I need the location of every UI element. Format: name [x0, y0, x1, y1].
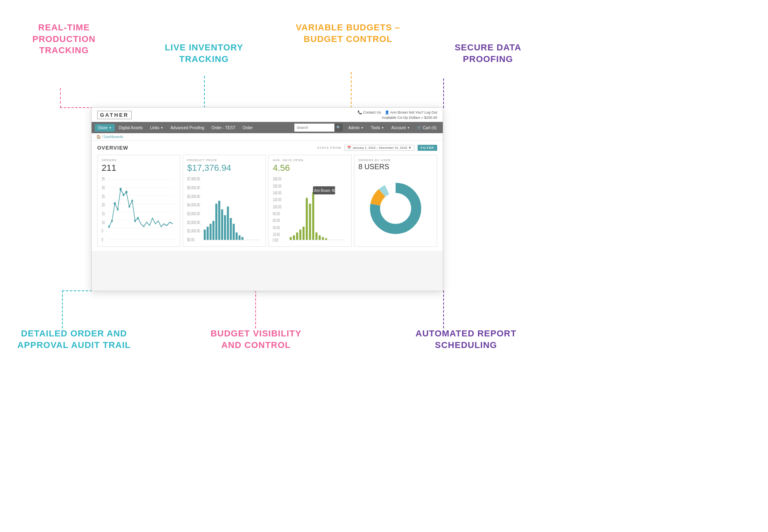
- avg-days-label: AVG. DAYS OPEN: [273, 158, 347, 162]
- nav-account[interactable]: Account▼: [388, 124, 413, 132]
- nav-links[interactable]: Links▼: [147, 124, 166, 132]
- nav-advanced-proofing[interactable]: Advanced Proofing: [167, 124, 208, 132]
- breadcrumb: 🏠 / Dashboards: [92, 133, 443, 141]
- orders-by-user-chart: [358, 173, 433, 244]
- svg-rect-36: [207, 227, 209, 240]
- breadcrumb-dashboards[interactable]: Dashboards: [104, 135, 124, 139]
- svg-rect-37: [210, 224, 212, 240]
- feature-live-inventory: LIVE INVENTORYTRACKING: [156, 42, 252, 65]
- orders-chart: 35 30 25 20 15 10 5 0: [102, 175, 176, 244]
- svg-text:0.00: 0.00: [273, 238, 278, 243]
- svg-rect-64: [302, 227, 304, 240]
- svg-rect-42: [224, 215, 226, 240]
- svg-point-22: [125, 191, 127, 194]
- nav-digital-assets[interactable]: Digital Assets: [116, 124, 146, 132]
- coop-dollars: Available Co-Op Dollars = $200.00: [358, 115, 437, 120]
- connector-line-teal-top: [204, 76, 205, 108]
- svg-text:180.00: 180.00: [273, 177, 282, 182]
- orders-by-user-card: ORDERS BY USER 8 USERS: [354, 155, 437, 247]
- svg-text:140.00: 140.00: [273, 191, 282, 196]
- logo: GATHER: [97, 111, 132, 119]
- nav-admin[interactable]: Admin▼: [345, 124, 367, 132]
- svg-rect-45: [233, 224, 235, 240]
- connector-line-purple-top: [443, 78, 444, 108]
- nav-store[interactable]: Store▼: [95, 124, 115, 132]
- svg-text:$6,000.00: $6,000.00: [187, 186, 200, 190]
- svg-text:$3,000.00: $3,000.00: [187, 212, 200, 216]
- connector-line-teal-bottom: [62, 290, 63, 328]
- filter-button[interactable]: FILTER: [418, 145, 437, 151]
- svg-rect-38: [212, 221, 214, 240]
- svg-text:100.00: 100.00: [273, 205, 282, 210]
- nav-bar: Store▼ Digital Assets Links▼ Advanced Pr…: [92, 122, 443, 133]
- nav-order[interactable]: Order: [240, 124, 256, 132]
- svg-text:120.00: 120.00: [273, 198, 282, 202]
- contact-info: 📞 Contact Us 👤 Ann Brown Not You? Log Ou…: [358, 110, 437, 115]
- avg-days-card: AVG. DAYS OPEN 4.56 180.00 160.00 140.00…: [268, 155, 352, 247]
- svg-rect-62: [296, 232, 298, 240]
- svg-rect-35: [204, 230, 206, 240]
- search-input[interactable]: [294, 124, 334, 132]
- top-bar: GATHER 📞 Contact Us 👤 Ann Brown Not You?…: [92, 108, 443, 122]
- product-price-card: PRODUCT PRICE $17,376.94 $7,000.00 $6,00…: [183, 155, 266, 247]
- nav-search-wrapper: 🔍: [294, 124, 343, 132]
- nav-tools[interactable]: Tools▼: [368, 124, 387, 132]
- avg-days-value: 4.56: [273, 163, 347, 173]
- feature-detailed-order: DETAILED ORDER ANDAPPROVAL AUDIT TRAIL: [16, 328, 132, 351]
- svg-rect-43: [227, 206, 229, 240]
- svg-point-20: [120, 188, 122, 191]
- browser-mockup: GATHER 📞 Contact Us 👤 Ann Brown Not You?…: [91, 107, 443, 291]
- connector-line-pink-top-left: [60, 88, 61, 108]
- svg-rect-69: [319, 236, 321, 240]
- svg-rect-67: [312, 192, 314, 240]
- stats-from-label: STATS FROM: [317, 146, 341, 150]
- svg-text:80.00: 80.00: [273, 212, 280, 216]
- svg-rect-44: [230, 218, 232, 240]
- nav-order-test[interactable]: Order - TEST: [208, 124, 239, 132]
- feature-secure-data: SECURE DATAPROOFING: [444, 42, 532, 65]
- svg-text:0: 0: [102, 238, 103, 242]
- svg-rect-68: [316, 232, 318, 240]
- svg-point-26: [137, 217, 139, 219]
- connector-line-orange-top: [351, 72, 352, 108]
- search-button[interactable]: 🔍: [334, 124, 343, 132]
- svg-text:Ann Brown: 46: Ann Brown: 46: [314, 188, 336, 193]
- svg-point-19: [117, 208, 118, 211]
- svg-text:60.00: 60.00: [273, 218, 280, 223]
- svg-text:$2,000.00: $2,000.00: [187, 220, 200, 225]
- avg-days-chart: 180.00 160.00 140.00 120.00 100.00 80.00…: [273, 175, 347, 244]
- svg-rect-63: [299, 230, 301, 240]
- svg-text:30: 30: [102, 186, 105, 190]
- stats-cards-row: ORDERS 211 35 30 25 20 15 10 5 0: [97, 155, 437, 247]
- svg-text:25: 25: [102, 194, 105, 199]
- feature-variable-budgets: VARIABLE BUDGETS –BUDGET CONTROL: [292, 22, 404, 45]
- connector-line-teal-bottom-h: [62, 290, 92, 291]
- svg-text:$4,000.00: $4,000.00: [187, 203, 200, 207]
- nav-cart[interactable]: 🛒 Cart (4): [414, 124, 440, 132]
- svg-text:40.00: 40.00: [273, 225, 280, 230]
- svg-point-24: [131, 200, 133, 202]
- overview-title: OVERVIEW: [97, 145, 128, 151]
- svg-text:15: 15: [102, 212, 105, 216]
- orders-card: ORDERS 211 35 30 25 20 15 10 5 0: [97, 155, 180, 247]
- orders-label: ORDERS: [102, 158, 176, 162]
- connector-line-pink-bottom: [255, 290, 256, 328]
- orders-value: 211: [102, 163, 176, 173]
- svg-point-16: [108, 226, 110, 228]
- svg-rect-41: [221, 210, 223, 240]
- connector-line-pink-top-horizontal: [60, 107, 93, 108]
- svg-text:10: 10: [102, 220, 105, 225]
- svg-point-17: [111, 220, 113, 222]
- svg-rect-40: [218, 201, 220, 240]
- svg-rect-48: [241, 237, 243, 240]
- svg-rect-46: [236, 232, 238, 240]
- product-price-chart: $7,000.00 $6,000.00 $5,000.00 $4,000.00 …: [187, 175, 262, 244]
- svg-text:$0.00: $0.00: [187, 238, 194, 242]
- svg-rect-39: [215, 204, 217, 240]
- date-range-picker[interactable]: 📅 January 1, 2018 – December 31, 2018 ▼: [344, 145, 414, 151]
- svg-point-23: [128, 206, 130, 208]
- svg-text:$7,000.00: $7,000.00: [187, 177, 200, 181]
- stats-filter: STATS FROM 📅 January 1, 2018 – December …: [317, 145, 437, 151]
- feature-budget-visibility: BUDGET VISIBILITYAND CONTROL: [204, 328, 308, 351]
- feature-automated-report: AUTOMATED REPORTSCHEDULING: [408, 328, 524, 351]
